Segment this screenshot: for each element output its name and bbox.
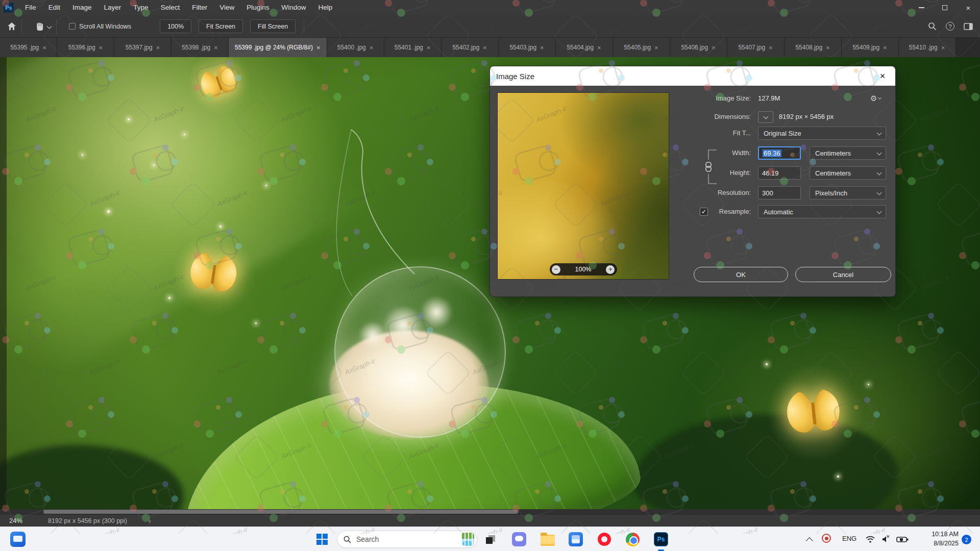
- minimize-button[interactable]: [910, 0, 933, 15]
- battery-plug-icon[interactable]: [896, 534, 909, 545]
- tab-close-icon[interactable]: ×: [941, 44, 945, 52]
- chrome-browser-icon[interactable]: [625, 532, 640, 547]
- width-input[interactable]: 69.36: [758, 146, 801, 160]
- status-zoom-value[interactable]: 24%: [9, 517, 22, 524]
- height-input[interactable]: 46.19: [758, 166, 801, 180]
- taskbar-app-blue-icon[interactable]: [10, 532, 26, 547]
- tab-close-icon[interactable]: ×: [156, 44, 160, 52]
- document-tab-55397.jpg[interactable]: 55397.jpg×: [114, 38, 172, 57]
- document-tab-55402.jpg[interactable]: 55402.jpg×: [442, 38, 499, 57]
- search-highlight-image[interactable]: [461, 533, 474, 546]
- zoom-in-button[interactable]: +: [606, 265, 615, 274]
- document-tab-55398[interactable]: 55398 .jpg×: [172, 38, 229, 57]
- language-indicator[interactable]: ENG: [842, 535, 856, 542]
- scroll-all-windows-checkbox[interactable]: [69, 23, 76, 30]
- search-icon[interactable]: [928, 22, 937, 31]
- resample-select[interactable]: Automatic: [758, 205, 886, 218]
- menu-item-filter[interactable]: Filter: [186, 0, 213, 15]
- menu-item-select[interactable]: Select: [155, 0, 186, 15]
- document-tab-55410[interactable]: 55410 .jpg×: [899, 38, 956, 57]
- dialog-close-icon[interactable]: ×: [877, 70, 888, 82]
- chat-icon[interactable]: [511, 532, 527, 547]
- home-icon[interactable]: [7, 22, 16, 31]
- store-app-icon[interactable]: [568, 532, 583, 547]
- tab-close-icon[interactable]: ×: [99, 44, 103, 52]
- horizontal-scrollbar[interactable]: [0, 509, 980, 514]
- tray-recorder-icon[interactable]: [822, 534, 831, 543]
- tab-close-icon[interactable]: ×: [883, 44, 887, 52]
- tab-close-icon[interactable]: ×: [597, 44, 601, 52]
- maximize-button[interactable]: [933, 0, 957, 15]
- document-tab-55400[interactable]: 55400 .jpg×: [327, 38, 384, 57]
- menu-item-view[interactable]: View: [213, 0, 240, 15]
- tab-close-icon[interactable]: ×: [826, 44, 830, 52]
- image-preview[interactable]: − 100% +: [497, 92, 669, 280]
- resolution-unit-select[interactable]: Pixels/Inch: [810, 186, 886, 199]
- dimensions-dropdown[interactable]: [758, 111, 773, 123]
- tab-close-icon[interactable]: ×: [769, 44, 773, 52]
- volume-muted-icon[interactable]: ✕: [880, 534, 892, 545]
- fit-screen-button[interactable]: Fit Screen: [199, 19, 243, 33]
- tab-close-icon[interactable]: ×: [483, 44, 487, 52]
- fill-screen-button[interactable]: Fill Screen: [250, 19, 296, 33]
- tab-close-icon[interactable]: ×: [214, 44, 218, 52]
- hand-tool-icon[interactable]: [35, 22, 51, 31]
- photoshop-taskbar-icon[interactable]: Ps: [653, 532, 669, 547]
- notification-badge[interactable]: 2: [962, 535, 971, 544]
- document-tab-55401[interactable]: 55401 .jpg×: [384, 38, 442, 57]
- document-tab-55395[interactable]: 55395 .jpg×: [0, 38, 57, 57]
- task-view-icon[interactable]: [483, 532, 499, 547]
- tab-close-icon[interactable]: ×: [42, 44, 46, 52]
- document-tab-55407.jpg[interactable]: 55407.jpg×: [727, 38, 785, 57]
- document-tab-55403.jpg[interactable]: 55403.jpg×: [499, 38, 556, 57]
- document-tab-55409.jpg[interactable]: 55409.jpg×: [842, 38, 899, 57]
- tab-close-icon[interactable]: ×: [712, 44, 716, 52]
- height-unit-select[interactable]: Centimeters: [810, 166, 886, 180]
- close-button[interactable]: ×: [957, 0, 980, 15]
- start-button[interactable]: [314, 532, 330, 547]
- opera-browser-icon[interactable]: [597, 532, 612, 547]
- ok-button[interactable]: OK: [694, 267, 788, 282]
- resolution-input[interactable]: 300: [758, 186, 801, 199]
- document-tab-55406.jpg[interactable]: 55406.jpg×: [670, 38, 727, 57]
- cancel-button[interactable]: Cancel: [795, 267, 891, 282]
- divider: [304, 19, 304, 34]
- canvas-edge: [0, 57, 7, 509]
- file-explorer-icon[interactable]: [540, 532, 555, 547]
- zoom-out-button[interactable]: −: [552, 265, 560, 274]
- search-input[interactable]: Search: [337, 531, 477, 548]
- menu-item-help[interactable]: Help: [312, 0, 338, 15]
- document-tab-55404.jpg[interactable]: 55404.jpg×: [556, 38, 613, 57]
- zoom-100-button[interactable]: 100%: [160, 19, 191, 33]
- menu-item-image[interactable]: Image: [66, 0, 98, 15]
- menu-item-plugins[interactable]: Plugins: [240, 0, 275, 15]
- status-chevron-icon[interactable]: ›: [149, 517, 151, 525]
- menu-item-type[interactable]: Type: [127, 0, 154, 15]
- tab-close-icon[interactable]: ×: [540, 44, 544, 52]
- help-icon[interactable]: ?: [946, 22, 954, 31]
- tab-close-icon[interactable]: ×: [316, 44, 321, 52]
- document-tab-55405.jpg[interactable]: 55405.jpg×: [613, 38, 670, 57]
- panel-toggle-icon[interactable]: [964, 23, 973, 30]
- menu-item-edit[interactable]: Edit: [42, 0, 66, 15]
- tab-close-icon[interactable]: ×: [427, 44, 431, 52]
- clock[interactable]: 10:18 AM 8/8/2025: [917, 530, 959, 548]
- width-unit-select[interactable]: Centimeters: [810, 146, 886, 160]
- dialog-title-bar[interactable]: Image Size ×: [490, 66, 895, 86]
- chevron-down-icon[interactable]: [47, 24, 52, 29]
- fit-to-select[interactable]: Original Size: [758, 127, 886, 140]
- tab-close-icon[interactable]: ×: [654, 44, 658, 52]
- document-tab-55396.jpg[interactable]: 55396.jpg×: [57, 38, 114, 57]
- menu-item-layer[interactable]: Layer: [98, 0, 128, 15]
- tab-label: 55409.jpg: [852, 44, 879, 51]
- document-tab-55408.jpg[interactable]: 55408.jpg×: [785, 38, 842, 57]
- tab-close-icon[interactable]: ×: [370, 44, 374, 52]
- wifi-icon[interactable]: [865, 534, 876, 545]
- tray-chevron-up-icon[interactable]: [806, 537, 813, 544]
- gear-icon[interactable]: ⚙: [870, 92, 881, 105]
- scrollbar-thumb[interactable]: [43, 510, 518, 514]
- menu-item-file[interactable]: File: [19, 0, 42, 15]
- document-tab-55399[interactable]: 55399 .jpg @ 24% (RGB/8#)×: [229, 38, 327, 57]
- tab-label: 55405.jpg: [624, 44, 651, 51]
- menu-item-window[interactable]: Window: [275, 0, 312, 15]
